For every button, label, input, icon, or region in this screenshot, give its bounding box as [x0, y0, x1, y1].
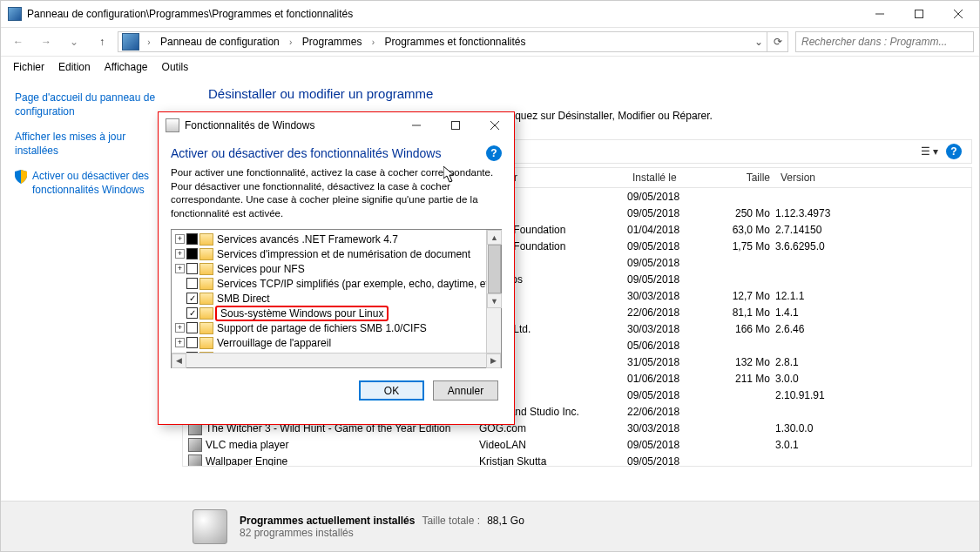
- breadcrumb-part[interactable]: Programmes et fonctionnalités: [379, 32, 531, 51]
- tree-item[interactable]: Sous-système Windows pour Linux: [172, 306, 501, 320]
- recent-dropdown[interactable]: ⌄: [62, 30, 86, 54]
- refresh-button[interactable]: ⟳: [767, 32, 787, 51]
- column-installed[interactable]: Installé le: [627, 172, 710, 184]
- expand-icon[interactable]: +: [175, 234, 185, 244]
- help-icon[interactable]: ?: [486, 145, 502, 161]
- folder-icon: [199, 307, 213, 320]
- dialog-minimize-button[interactable]: [396, 112, 436, 138]
- program-size: 132 Mo: [710, 356, 775, 368]
- scroll-down-icon[interactable]: ▼: [487, 293, 502, 308]
- tree-scroll[interactable]: +Services avancés .NET Framework 4.7+Ser…: [172, 230, 501, 353]
- status-icon: [193, 509, 227, 544]
- sidebar-link-features[interactable]: Activer ou désactiver des fonctionnalité…: [15, 170, 161, 197]
- vertical-scrollbar[interactable]: ▲ ▼: [486, 230, 501, 353]
- windows-features-dialog: Fonctionnalités de Windows Activer ou dé…: [158, 111, 515, 425]
- tree-item[interactable]: +Support de partage de fichiers SMB 1.0/…: [172, 320, 501, 335]
- program-size: 63,0 Mo: [710, 224, 775, 236]
- program-version: 1.12.3.4973: [775, 207, 862, 219]
- menu-tools[interactable]: Outils: [162, 61, 189, 73]
- tree-item[interactable]: +Verrouillage de l'appareil: [172, 335, 501, 350]
- page-title: Désinstaller ou modifier un programme: [208, 86, 972, 101]
- tree-item[interactable]: SMB Direct: [172, 291, 501, 306]
- up-button[interactable]: ↑: [90, 30, 114, 54]
- cancel-button[interactable]: Annuler: [433, 380, 498, 401]
- chevron-right-icon[interactable]: ›: [367, 37, 379, 47]
- program-size: 1,75 Mo: [710, 240, 775, 252]
- checkbox[interactable]: [186, 307, 198, 319]
- tree-item[interactable]: +Services avancés .NET Framework 4.7: [172, 232, 501, 246]
- program-version: 2.7.14150: [775, 224, 862, 236]
- program-version: 12.1.1: [775, 290, 862, 302]
- checkbox[interactable]: [186, 293, 198, 304]
- program-date: 09/05/2018: [627, 273, 710, 286]
- checkbox[interactable]: [186, 263, 198, 274]
- dialog-heading: Activer ou désactiver des fonctionnalité…: [171, 146, 486, 160]
- program-publisher: Kristjan Skutta: [479, 455, 627, 468]
- tree-item-label: Services d'impression et de numérisation…: [215, 248, 470, 260]
- tree-item[interactable]: +Services d'impression et de numérisatio…: [172, 246, 501, 261]
- scrollbar-thumb[interactable]: [488, 245, 501, 293]
- checkbox[interactable]: [186, 278, 198, 289]
- program-date: 30/03/2018: [627, 323, 710, 335]
- breadcrumb-part[interactable]: Programmes: [297, 32, 368, 51]
- back-button[interactable]: ←: [6, 30, 30, 54]
- maximize-button[interactable]: [899, 1, 938, 27]
- sidebar-link-home[interactable]: Page d'accueil du panneau de configurati…: [15, 91, 161, 118]
- dialog-maximize-button[interactable]: [436, 112, 475, 138]
- checkbox[interactable]: [186, 233, 198, 245]
- svg-rect-5: [451, 122, 459, 130]
- checkbox[interactable]: [186, 322, 198, 333]
- expand-icon[interactable]: +: [175, 264, 185, 273]
- program-version: 2.8.1: [775, 356, 862, 368]
- dialog-titlebar[interactable]: Fonctionnalités de Windows: [159, 112, 514, 138]
- horizontal-scrollbar[interactable]: ◀ ▶: [172, 353, 501, 367]
- chevron-right-icon[interactable]: ›: [285, 37, 297, 47]
- column-version[interactable]: Version: [775, 172, 862, 184]
- tree-item-label: Services TCP/IP simplifiés (par exemple,…: [215, 278, 500, 290]
- program-date: 22/06/2018: [627, 406, 710, 418]
- scroll-up-icon[interactable]: ▲: [487, 230, 502, 245]
- folder-icon: [199, 322, 213, 334]
- tree-item-label: Sous-système Windows pour Linux: [215, 306, 389, 321]
- tree-item[interactable]: +Services pour NFS: [172, 261, 501, 276]
- dialog-description: Pour activer une fonctionnalité, activez…: [159, 166, 514, 229]
- program-version: 2.6.46: [775, 323, 862, 335]
- table-row[interactable]: VLC media playerVideoLAN09/05/20183.0.1: [183, 436, 971, 453]
- tree-item-label: Verrouillage de l'appareil: [215, 337, 331, 349]
- menu-view[interactable]: Affichage: [105, 61, 148, 73]
- search-input[interactable]: [795, 31, 974, 52]
- close-button[interactable]: [938, 1, 977, 27]
- column-size[interactable]: Taille: [710, 172, 775, 184]
- app-icon: [8, 7, 22, 21]
- menu-edit[interactable]: Edition: [58, 61, 91, 73]
- program-size: 211 Mo: [710, 373, 775, 385]
- expand-icon[interactable]: +: [175, 323, 185, 333]
- view-options-icon[interactable]: ☰ ▾: [917, 141, 942, 162]
- chevron-right-icon[interactable]: ›: [143, 37, 155, 47]
- sidebar-link-updates[interactable]: Afficher les mises à jour installées: [15, 131, 161, 158]
- program-date: 05/06/2018: [627, 340, 710, 352]
- scroll-left-icon[interactable]: ◀: [172, 353, 186, 368]
- app-file-icon: [188, 454, 202, 468]
- checkbox[interactable]: [186, 248, 198, 259]
- checkbox[interactable]: [186, 337, 198, 348]
- tree-item[interactable]: Services TCP/IP simplifiés (par exemple,…: [172, 276, 501, 291]
- breadcrumb-dropdown[interactable]: ⌄: [751, 36, 767, 48]
- program-version: 1.30.0.0: [775, 422, 862, 434]
- menubar: Fichier Edition Affichage Outils: [1, 57, 979, 77]
- status-total-label: Taille totale :: [422, 515, 480, 527]
- breadcrumb-part[interactable]: Panneau de configuration: [155, 32, 285, 51]
- expand-icon[interactable]: +: [175, 338, 185, 347]
- breadcrumb[interactable]: › Panneau de configuration › Programmes …: [118, 31, 788, 52]
- statusbar: Programmes actuellement installés Taille…: [1, 501, 979, 551]
- expand-icon[interactable]: +: [175, 249, 185, 259]
- forward-button[interactable]: →: [34, 30, 58, 54]
- scroll-right-icon[interactable]: ▶: [486, 353, 501, 368]
- help-icon[interactable]: ?: [942, 141, 966, 162]
- menu-file[interactable]: Fichier: [13, 61, 44, 73]
- dialog-close-button[interactable]: [475, 112, 514, 138]
- table-row[interactable]: Wallpaper EngineKristjan Skutta09/05/201…: [183, 453, 971, 467]
- minimize-button[interactable]: [860, 1, 899, 27]
- folder-icon: [199, 248, 213, 260]
- ok-button[interactable]: OK: [359, 380, 424, 401]
